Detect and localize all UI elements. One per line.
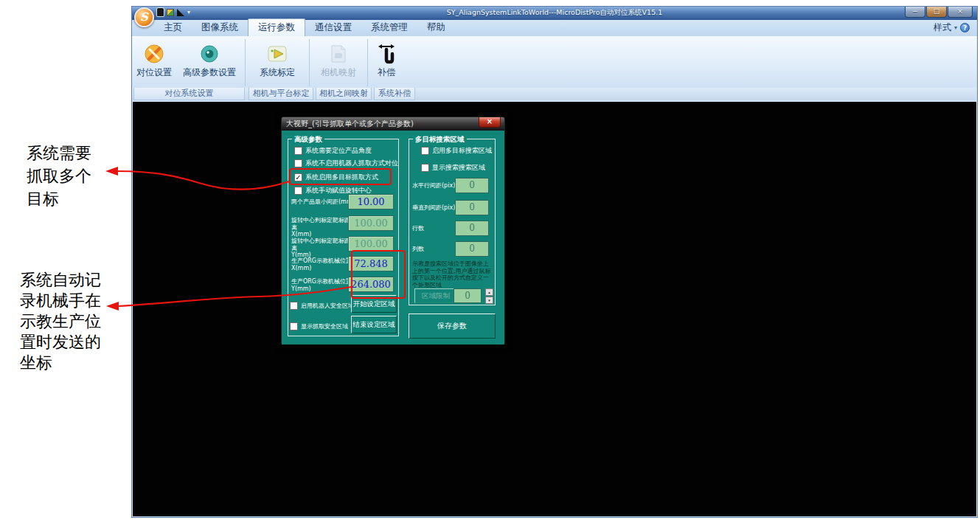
checkbox[interactable]	[290, 302, 298, 310]
save-params-button[interactable]: 保存参数	[409, 314, 496, 339]
wrench-icon	[143, 41, 165, 66]
checkbox-enable-multi-target-search[interactable]: 启用多目标搜索区域	[421, 145, 492, 156]
checkbox-robot-grab-align[interactable]: 系统不启用机器人抓取方式对位	[294, 158, 398, 168]
field-label: 列数	[412, 245, 424, 253]
annotation-note-coordinates: 系统自动记录机械手在示教生产位置时发送的坐标	[20, 270, 105, 373]
checkbox[interactable]	[294, 187, 302, 195]
org-x-input[interactable]: 72.848	[348, 256, 394, 271]
checkbox-label: 系统需要定位产品角度	[305, 146, 372, 156]
field-row-row-count: 行数 0	[412, 221, 492, 236]
tab-help[interactable]: 帮助	[417, 19, 455, 36]
window-title: SY_AliagnSystemLinkToWorld---MicroDistPr…	[132, 8, 977, 18]
checkbox-label: 启用多目标搜索区域	[432, 146, 492, 156]
tab-home[interactable]: 主页	[154, 19, 192, 36]
ribbon-tab-bar: 主页 图像系统 运行参数 通信设置 系统管理 帮助 样式 ▾ ?	[132, 20, 977, 36]
ribbon-separator	[367, 39, 368, 86]
window-controls: − □ ×	[905, 7, 973, 18]
tab-system-management[interactable]: 系统管理	[361, 19, 417, 36]
dialog-titlebar[interactable]: 大视野_(引导抓取单个或多个产品参数) ×	[282, 117, 504, 131]
region-limit-input[interactable]: 0	[453, 288, 482, 303]
arrow-head-1	[105, 167, 118, 176]
checkbox-show-search-region[interactable]: 显示搜索搜索区域	[421, 162, 485, 173]
group-camera-mapping: 相机之间映射	[316, 88, 372, 100]
end-set-zone-button[interactable]: 结束设定区域	[351, 316, 397, 333]
field-row-center-target-x: 旋转中心到标定靶标距离X(mm) 100.00	[291, 215, 395, 233]
field-label: 行数	[412, 224, 424, 232]
eye-icon	[199, 41, 220, 66]
ribbon-separator	[309, 39, 310, 86]
tab-communication[interactable]: 通信设置	[305, 19, 361, 36]
checkbox[interactable]	[294, 159, 302, 167]
image-workspace	[133, 102, 976, 516]
arrow-head-2	[106, 302, 119, 311]
style-label[interactable]: 样式	[934, 21, 951, 34]
checkbox-checked[interactable]: ✓	[294, 173, 302, 181]
dialog-title: 大视野_(引导抓取单个或多个产品参数)	[286, 120, 414, 128]
checkbox[interactable]	[294, 147, 302, 155]
system-calibration-label: 系统标定	[260, 66, 295, 79]
checkbox[interactable]	[421, 147, 429, 155]
row-count-input[interactable]: 0	[455, 221, 489, 236]
camera-mapping-button[interactable]: 相机映射	[310, 38, 366, 88]
field-row-vertical-spacing: 垂直列间距(pix) 0	[412, 200, 492, 215]
tab-run-parameters[interactable]: 运行参数	[248, 18, 305, 36]
field-label-line1: 旋转中心到标定靶标距离	[291, 238, 350, 252]
advanced-params-label: 高级参数设置	[183, 66, 236, 79]
system-calibration-button[interactable]: 系统标定	[246, 38, 308, 88]
help-icon[interactable]: ?	[960, 23, 970, 32]
app-logo-icon[interactable]: S	[134, 7, 154, 27]
region-limit-row: 区域限制 0 ▴ ▾	[412, 288, 492, 304]
spinner-down-icon[interactable]: ▾	[485, 297, 493, 304]
field-label-line1: 生产ORG示教机械位置	[291, 278, 352, 285]
advanced-params-button[interactable]: 高级参数设置	[175, 38, 244, 88]
app-window: S ▾ SY_AliagnSystemLinkToWorld---MicroDi…	[131, 6, 978, 518]
field-label-line2: Y(mm)	[291, 285, 311, 292]
checkbox-label: 系统不启用机器人抓取方式对位	[305, 159, 398, 168]
column-count-input[interactable]: 0	[455, 241, 489, 257]
checkbox-multi-target-grab[interactable]: ✓ 系统启用多目标抓取方式	[294, 172, 378, 182]
center-target-x-input[interactable]: 100.00	[348, 215, 394, 231]
center-target-y-input[interactable]: 100.00	[348, 236, 394, 252]
tab-image-system[interactable]: 图像系统	[192, 19, 248, 36]
min-distance-input[interactable]: 10.00	[348, 194, 394, 209]
field-label: 水平行间距(pix)	[412, 181, 455, 190]
field-row-min-distance: 两个产品最小间距(mm) 10.00	[291, 194, 395, 212]
search-region-hint-text: 示教是搜索区域位于图像坐上上的第一个位置,用户通过鼠标按下以及松开的方式自定义一…	[412, 260, 494, 288]
vertical-spacing-input[interactable]: 0	[455, 200, 489, 215]
checkbox-label: 显示搜索搜索区域	[432, 163, 485, 173]
maximize-button[interactable]: □	[926, 7, 947, 18]
checkbox-locate-angle[interactable]: 系统需要定位产品角度	[294, 145, 372, 156]
field-label: 旋转中心到标定靶标距离X(mm)	[291, 217, 355, 238]
checkbox-label: 显示抓取安全区域	[301, 322, 348, 330]
start-set-zone-button[interactable]: 开始设定区域	[351, 295, 397, 313]
spinner-up-icon[interactable]: ▴	[485, 288, 493, 296]
dialog-close-icon[interactable]: ×	[479, 117, 501, 128]
horizontal-spacing-input[interactable]: 0	[455, 178, 489, 193]
compensation-button[interactable]: 补偿	[369, 38, 404, 88]
checkbox-show-grab-safe-zone[interactable]: 显示抓取安全区域	[290, 321, 348, 331]
touch-hand-icon	[377, 41, 396, 66]
screenshot-page: 系统需要抓取多个目标 系统自动记录机械手在示教生产位置时发送的坐标 S ▾ SY…	[0, 0, 980, 523]
parameters-dialog: 大视野_(引导抓取单个或多个产品参数) × 高级参数 系统需要定位产品角度 系统…	[281, 117, 505, 344]
close-button[interactable]: ×	[948, 7, 973, 18]
field-label: 生产ORG示教机械位置Y(mm)	[291, 278, 355, 292]
group-camera-platform-calibration: 相机与平台标定	[249, 88, 313, 100]
minimize-button[interactable]: −	[905, 7, 925, 18]
style-menu[interactable]: 样式 ▾ ?	[934, 21, 977, 36]
align-settings-label: 对位设置	[136, 66, 172, 79]
field-row-center-target-y: 旋转中心到标定靶标距离Y(mm) 100.00	[291, 236, 395, 254]
field-label: 两个产品最小间距(mm)	[291, 198, 355, 206]
field-row-org-x: 生产ORG示教机械位置X(mm) 72.848	[291, 256, 395, 274]
align-settings-button[interactable]: 对位设置	[133, 38, 175, 88]
compensation-label: 补偿	[378, 66, 395, 79]
multi-target-search-group: 多目标搜索区域 启用多目标搜索区域 显示搜索搜索区域 水平行间距(pix) 0 …	[409, 139, 496, 305]
play-calibrate-icon	[266, 41, 288, 66]
region-limit-button[interactable]: 区域限制	[414, 288, 457, 303]
annotation-note-multi-target: 系统需要抓取多个目标	[27, 142, 100, 210]
org-y-input[interactable]: 264.080	[348, 277, 394, 292]
checkbox[interactable]	[290, 322, 298, 330]
ribbon-toolbar: 对位设置 高级参数设置 系统标定 相机映射	[132, 36, 977, 88]
checkbox-label: 系统启用多目标抓取方式	[305, 173, 378, 182]
style-dropdown-icon[interactable]: ▾	[954, 24, 957, 31]
checkbox[interactable]	[421, 164, 429, 172]
